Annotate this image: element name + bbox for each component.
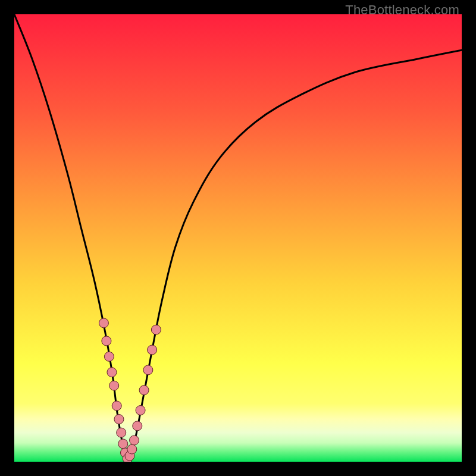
marker-group bbox=[99, 318, 161, 462]
curve-marker bbox=[109, 381, 119, 390]
watermark-text: TheBottleneck.com bbox=[345, 2, 459, 18]
curve-marker bbox=[99, 318, 108, 328]
curve-marker bbox=[127, 444, 137, 454]
curve-marker bbox=[114, 415, 124, 424]
curve-marker bbox=[139, 386, 149, 395]
curve-marker bbox=[133, 421, 142, 431]
plot-area bbox=[14, 14, 462, 462]
curve-path bbox=[14, 14, 462, 459]
curve-marker bbox=[104, 352, 114, 361]
chart-svg bbox=[14, 14, 462, 462]
curve-marker bbox=[117, 428, 126, 437]
curve-marker bbox=[118, 439, 128, 449]
curve-marker bbox=[148, 345, 157, 355]
curve-marker bbox=[102, 336, 111, 346]
bottleneck-curve bbox=[14, 14, 462, 459]
curve-marker bbox=[151, 325, 161, 334]
chart-frame: TheBottleneck.com bbox=[0, 0, 476, 476]
curve-marker bbox=[136, 406, 145, 415]
curve-marker bbox=[143, 365, 153, 375]
curve-marker bbox=[112, 401, 121, 411]
curve-marker bbox=[130, 436, 139, 445]
curve-marker bbox=[107, 368, 117, 377]
